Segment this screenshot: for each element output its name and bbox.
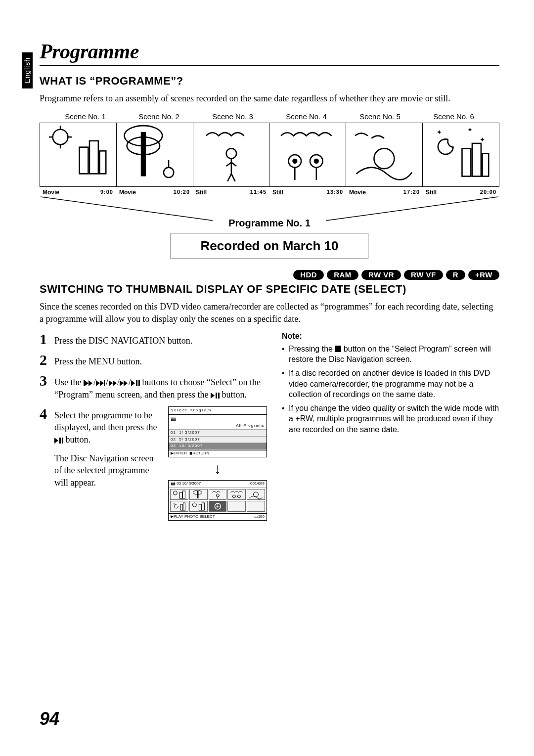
svg-rect-49 — [59, 438, 61, 444]
svg-point-51 — [173, 491, 177, 495]
svg-line-16 — [231, 163, 236, 167]
svg-marker-40 — [120, 380, 124, 386]
svg-rect-46 — [216, 393, 217, 399]
svg-rect-7 — [99, 151, 106, 174]
svg-marker-35 — [96, 380, 100, 386]
svg-point-59 — [238, 495, 241, 498]
svg-point-25 — [374, 148, 395, 169]
rewind-icon — [108, 380, 117, 386]
svg-rect-53 — [182, 491, 185, 498]
svg-rect-66 — [202, 503, 204, 510]
step-number: 3 — [40, 373, 54, 388]
scene-type: Still — [196, 189, 207, 196]
scene-thumb-2 — [117, 123, 193, 186]
svg-rect-32 — [84, 380, 85, 386]
skip-forward-icon — [96, 380, 106, 386]
step-2: Press the MENU button. — [54, 353, 142, 367]
svg-rect-47 — [218, 393, 220, 399]
scene-label: Scene No. 5 — [343, 112, 417, 121]
svg-rect-44 — [138, 380, 140, 386]
note-item: If you change the video quality or switc… — [282, 403, 499, 435]
svg-line-17 — [227, 174, 231, 181]
svg-point-58 — [233, 495, 236, 498]
step-number: 1 — [40, 332, 54, 347]
scene-label: Scene No. 6 — [417, 112, 490, 121]
down-arrow-icon: ↓ — [214, 461, 222, 476]
media-pill: RAM — [327, 270, 358, 280]
scene-label: Scene No. 2 — [122, 112, 196, 121]
scene-type: Movie — [43, 189, 59, 196]
language-tab: English — [22, 52, 33, 89]
svg-line-18 — [231, 174, 235, 181]
svg-rect-63 — [183, 503, 185, 510]
svg-point-13 — [226, 148, 236, 158]
funnel-graphic — [40, 196, 499, 225]
page-title: Programme — [40, 40, 499, 66]
scene-time: 9:00 — [100, 189, 113, 196]
note-item: If a disc recorded on another device is … — [282, 368, 499, 400]
svg-marker-45 — [211, 393, 215, 399]
svg-point-20 — [293, 159, 298, 164]
scene-thumb-1 — [40, 123, 117, 186]
page-number: 94 — [40, 709, 59, 729]
svg-text:✦: ✦ — [467, 127, 473, 133]
disc-nav-screen: 📷 03 10/ 3/2007001/008 ✦ — [168, 480, 267, 521]
scene-type: Movie — [119, 189, 136, 196]
scene-time: 11:45 — [250, 189, 267, 196]
note-heading: Note: — [282, 332, 499, 341]
scene-strip: Scene No. 1 Scene No. 2 Scene No. 3 Scen… — [40, 112, 499, 259]
heading-what-is: WHAT IS “PROGRAMME”? — [40, 75, 499, 88]
svg-rect-62 — [180, 504, 182, 510]
svg-rect-30 — [472, 143, 481, 177]
svg-rect-43 — [136, 380, 137, 386]
svg-text:✦: ✦ — [480, 137, 485, 144]
recorded-date-box: Recorded on March 10 — [171, 233, 368, 259]
scene-time: 13:30 — [327, 189, 343, 196]
svg-point-23 — [314, 159, 319, 164]
media-pill: RW VF — [404, 270, 443, 280]
step-number: 2 — [40, 353, 54, 367]
svg-rect-29 — [462, 148, 471, 176]
svg-marker-33 — [85, 380, 89, 386]
intro2-text: Since the scenes recorded on this DVD vi… — [40, 301, 499, 325]
skip-back-icon — [84, 380, 93, 386]
step-number: 4 — [40, 406, 54, 421]
scene-label: Scene No. 1 — [48, 112, 122, 121]
scene-time: 17:20 — [403, 189, 420, 196]
note-item: Pressing the button on the “Select Progr… — [282, 344, 499, 365]
svg-marker-42 — [131, 380, 135, 386]
scene-type: Movie — [349, 189, 366, 196]
scene-thumb-5 — [346, 123, 423, 186]
step-3: Use the //// buttons to choose “Select” … — [54, 373, 267, 400]
scene-type: Still — [426, 189, 437, 196]
svg-rect-65 — [199, 504, 201, 510]
svg-text:✦: ✦ — [437, 129, 442, 136]
svg-rect-6 — [89, 141, 98, 174]
media-pill: R — [446, 270, 465, 280]
play-pause-icon — [211, 393, 220, 399]
media-pill: RW VR — [361, 270, 401, 280]
svg-rect-54 — [197, 491, 198, 498]
svg-marker-36 — [100, 380, 104, 386]
svg-rect-31 — [483, 154, 489, 177]
svg-rect-5 — [79, 147, 88, 174]
scene-label: Scene No. 4 — [269, 112, 343, 121]
stop-icon — [335, 346, 341, 352]
svg-marker-48 — [54, 438, 58, 444]
scene-thumb-3 — [193, 123, 270, 186]
scene-label: Scene No. 3 — [196, 112, 269, 121]
play-pause-icon — [131, 380, 140, 386]
intro-text: Programme refers to an assembly of scene… — [40, 92, 499, 104]
svg-marker-34 — [89, 380, 92, 386]
scene-time: 20:00 — [480, 189, 496, 196]
svg-rect-50 — [62, 438, 63, 444]
svg-rect-52 — [179, 492, 182, 498]
scene-type: Still — [272, 189, 283, 196]
svg-marker-38 — [113, 380, 117, 386]
scene-thumb-4 — [269, 123, 346, 186]
media-pill: HDD — [293, 270, 324, 280]
media-badges: HDD RAM RW VR RW VF R +RW — [40, 270, 499, 280]
play-pause-icon — [54, 438, 63, 444]
svg-point-11 — [164, 168, 174, 178]
svg-point-64 — [192, 503, 196, 507]
